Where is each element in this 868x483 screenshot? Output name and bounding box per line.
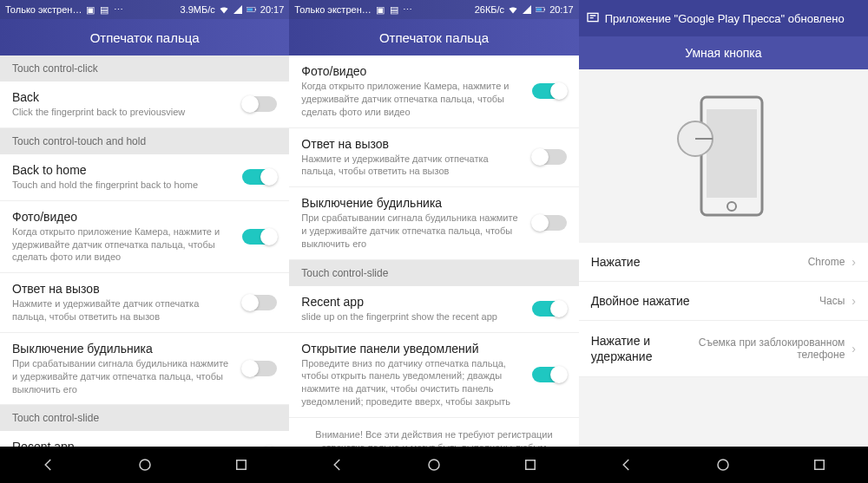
svg-rect-2 [255, 9, 256, 10]
item-value: Chrome [808, 256, 845, 268]
item-recent-app[interactable]: Recent app slide up on the fingerprint s… [0, 431, 289, 447]
item-title: Фото/видео [301, 64, 523, 78]
picture-icon: ▣ [375, 4, 385, 15]
toggle-back[interactable] [242, 96, 277, 112]
notification-bar[interactable]: Приложение "Google Play Пресса" обновлен… [579, 0, 868, 36]
item-press-hold[interactable]: Нажатие и удержание Съемка при заблокиро… [579, 321, 868, 377]
nav-bar [289, 447, 578, 483]
svg-rect-4 [237, 460, 247, 470]
picture-icon: ▣ [85, 4, 95, 15]
item-desc: Touch and hold the fingerprint back to h… [12, 179, 233, 192]
toggle-photo-video[interactable] [242, 229, 277, 245]
section-slide: Touch control-slide [0, 405, 289, 431]
status-speed: 3.9МБ/с [181, 4, 215, 15]
sim-icon: ▤ [99, 4, 109, 15]
toggle-photo-video[interactable] [532, 83, 567, 99]
status-bar: Только экстрен… ▣ ▤ ⋯ 3.9МБ/с 20:17 [0, 0, 289, 19]
wifi-icon [219, 4, 229, 15]
item-press[interactable]: Нажатие Chrome › [579, 243, 868, 282]
item-title: Back to home [12, 163, 233, 177]
item-title: Ответ на вызов [12, 282, 233, 296]
item-title: Recent app [12, 440, 233, 447]
status-speed: 26КБ/с [475, 4, 504, 15]
toggle-back-home[interactable] [242, 169, 277, 185]
illustration [579, 69, 868, 243]
settings-list[interactable]: Нажатие Chrome › Двойное нажатие Часы › … [579, 243, 868, 447]
nav-bar [0, 447, 289, 483]
toggle-alarm-off[interactable] [242, 361, 277, 376]
page-title: Отпечаток пальца [289, 19, 578, 55]
nav-recent-icon[interactable] [810, 455, 829, 474]
signal-icon [522, 4, 532, 15]
svg-rect-7 [544, 9, 545, 10]
item-double-press[interactable]: Двойное нажатие Часы › [579, 282, 868, 321]
item-alarm-off[interactable]: Выключение будильника При срабатывании с… [0, 333, 289, 406]
chevron-right-icon: › [852, 342, 856, 356]
item-desc: При срабатывании сигнала будильника нажм… [301, 212, 523, 251]
wifi-icon [508, 4, 518, 15]
item-back[interactable]: Back Click the fingerprint back to previ… [0, 82, 289, 128]
settings-list[interactable]: Touch control-click Back Click the finge… [0, 55, 289, 447]
item-photo-video[interactable]: Фото/видео Когда открыто приложение Каме… [0, 201, 289, 274]
item-value: Часы [819, 295, 845, 307]
toggle-alarm-off[interactable] [532, 215, 567, 231]
item-back-home[interactable]: Back to home Touch and hold the fingerpr… [0, 154, 289, 201]
item-answer-call[interactable]: Ответ на вызов Нажмите и удерживайте дат… [0, 273, 289, 333]
news-icon [586, 10, 600, 27]
section-click: Touch control-click [0, 55, 289, 82]
battery-icon [247, 4, 257, 15]
svg-rect-6 [536, 9, 542, 11]
phone-illustration-icon [671, 87, 775, 225]
nav-recent-icon[interactable] [521, 455, 540, 474]
item-desc: Click the fingerprint back to previousvi… [12, 106, 233, 119]
status-time: 20:17 [549, 4, 574, 15]
item-answer-call[interactable]: Ответ на вызов Нажмите и удерживайте дат… [289, 128, 578, 188]
notification-text: Приложение "Google Play Пресса" обновлен… [605, 12, 845, 25]
sim-icon: ▤ [389, 4, 399, 15]
toggle-answer-call[interactable] [242, 295, 277, 310]
nav-bar [579, 447, 868, 483]
chevron-right-icon: › [852, 294, 856, 308]
item-desc: Когда открыто приложение Камера, нажмите… [12, 225, 233, 264]
page-title: Отпечаток пальца [0, 19, 289, 55]
nav-back-icon[interactable] [328, 455, 347, 474]
toggle-answer-call[interactable] [532, 149, 567, 165]
item-title: Recent app [301, 295, 523, 309]
item-alarm-off[interactable]: Выключение будильника При срабатывании с… [289, 187, 578, 260]
item-title: Открытие панели уведомлений [301, 342, 523, 356]
status-time: 20:17 [260, 4, 285, 15]
signal-icon [233, 4, 243, 15]
screen-3: Приложение "Google Play Пресса" обновлен… [579, 0, 868, 483]
item-title: Back [12, 90, 233, 104]
status-bar: Только экстрен… ▣ ▤ ⋯ 26КБ/с 20:17 [289, 0, 578, 19]
item-recent-app[interactable]: Recent app slide up on the fingerprint s… [289, 286, 578, 333]
item-desc: Когда открыто приложение Камера, нажмите… [301, 80, 523, 119]
more-icon: ⋯ [113, 4, 123, 15]
nav-back-icon[interactable] [617, 455, 636, 474]
nav-home-icon[interactable] [424, 455, 444, 474]
nav-home-icon[interactable] [135, 455, 155, 474]
screen-1: Только экстрен… ▣ ▤ ⋯ 3.9МБ/с 20:17 Отпе… [0, 0, 289, 483]
item-label: Нажатие и удержание [591, 333, 653, 364]
item-desc: Нажмите и удерживайте датчик отпечатка п… [301, 153, 523, 179]
item-photo-video[interactable]: Фото/видео Когда открыто приложение Каме… [289, 55, 578, 128]
svg-point-15 [718, 460, 728, 470]
svg-point-8 [429, 460, 439, 470]
item-desc: slide up on the fingerprint show the rec… [301, 310, 523, 323]
toggle-recent-app[interactable] [532, 301, 567, 317]
svg-rect-9 [526, 460, 536, 470]
status-carrier: Только экстрен… [5, 4, 82, 15]
svg-rect-12 [707, 109, 757, 198]
item-notif-panel[interactable]: Открытие панели уведомлений Проведите вн… [289, 333, 578, 418]
nav-recent-icon[interactable] [232, 455, 251, 474]
nav-home-icon[interactable] [713, 455, 733, 474]
battery-icon [536, 4, 546, 15]
svg-rect-1 [247, 9, 253, 11]
toggle-notif-panel[interactable] [532, 367, 567, 382]
item-desc: Проведите вниз по датчику отпечатка паль… [301, 357, 523, 408]
chevron-right-icon: › [852, 255, 856, 269]
settings-list[interactable]: Фото/видео Когда открыто приложение Каме… [289, 55, 578, 447]
nav-back-icon[interactable] [39, 455, 58, 474]
screen-2: Только экстрен… ▣ ▤ ⋯ 26КБ/с 20:17 Отпеч… [289, 0, 578, 483]
item-title: Ответ на вызов [301, 137, 523, 151]
